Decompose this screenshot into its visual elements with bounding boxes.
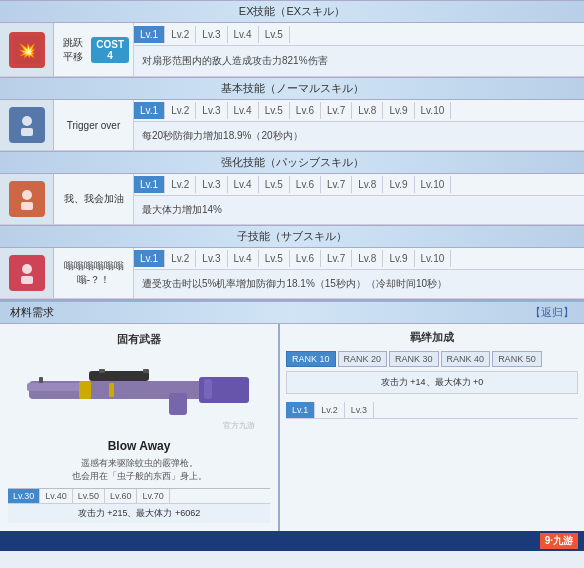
passive-skill-right: Lv.1 Lv.2 Lv.3 Lv.4 Lv.5 Lv.6 Lv.7 Lv.8 … [134,174,584,224]
ex-lv5-tab[interactable]: Lv.5 [259,26,290,43]
passive-lv5-tab[interactable]: Lv.5 [259,176,290,193]
sub-skill-desc: 遭受攻击时以5%机率增加防御力18.1%（15秒内）（冷却时间10秒） [134,269,584,299]
sub-lv4-tab[interactable]: Lv.4 [228,250,259,267]
normal-skill-name: Trigger over [67,120,121,131]
materials-section: 材料需求 【返归】 固有武器 [0,299,584,531]
rank10-tab[interactable]: RANK 10 [286,351,336,367]
enh-lv2-tab[interactable]: Lv.2 [315,402,344,418]
normal-skill-right: Lv.1 Lv.2 Lv.3 Lv.4 Lv.5 Lv.6 Lv.7 Lv.8 … [134,100,584,150]
weapon-name: Blow Away [108,439,171,453]
sub-skill-name-col: 嗡嗡嗡嗡嗡嗡嗡-？！ [54,248,134,298]
normal-skill-level-tabs: Lv.1 Lv.2 Lv.3 Lv.4 Lv.5 Lv.6 Lv.7 Lv.8 … [134,100,584,121]
enhancement-sub-tabs: Lv.1 Lv.2 Lv.3 [286,402,578,419]
ex-skill-name: 跳跃平移 [58,36,87,64]
passive-skill-section: 强化技能（パッシブスキル） 我、我会加油 Lv.1 Lv.2 Lv.3 Lv.4… [0,151,584,225]
passive-lv2-tab[interactable]: Lv.2 [165,176,196,193]
passive-lv9-tab[interactable]: Lv.9 [383,176,414,193]
materials-reset[interactable]: 【返归】 [530,305,574,320]
passive-skill-desc: 最大体力增加14% [134,195,584,225]
normal-lv1-tab[interactable]: Lv.1 [134,102,165,119]
passive-skill-header: 强化技能（パッシブスキル） [0,151,584,174]
weapon-lv50-tab[interactable]: Lv.50 [73,489,105,503]
normal-lv2-tab[interactable]: Lv.2 [165,102,196,119]
ex-skill-level-tabs: Lv.1 Lv.2 Lv.3 Lv.4 Lv.5 [134,23,584,45]
rank20-tab[interactable]: RANK 20 [338,351,388,367]
normal-lv10-tab[interactable]: Lv.10 [415,102,452,119]
materials-header: 材料需求 【返归】 [0,301,584,324]
ex-lv1-tab[interactable]: Lv.1 [134,26,165,43]
passive-lv4-tab[interactable]: Lv.4 [228,176,259,193]
passive-lv3-tab[interactable]: Lv.3 [196,176,227,193]
normal-lv7-tab[interactable]: Lv.7 [321,102,352,119]
normal-skill-section: 基本技能（ノーマルスキル） Trigger over Lv.1 Lv.2 Lv.… [0,77,584,151]
enhancement-column: 羁绊加成 RANK 10 RANK 20 RANK 30 RANK 40 RAN… [280,324,584,531]
sub-lv9-tab[interactable]: Lv.9 [383,250,414,267]
weapon-lv30-tab[interactable]: Lv.30 [8,489,40,503]
ex-skill-name-col: 跳跃平移 COST 4 [54,23,134,76]
weapon-desc-line2: 也会用在「虫子般的东西」身上。 [72,470,207,483]
weapon-lv40-tab[interactable]: Lv.40 [40,489,72,503]
svg-rect-16 [143,369,149,373]
svg-rect-21 [39,377,43,383]
weapon-stats: 攻击力 +215、最大体力 +6062 [8,503,270,523]
passive-skill-name-col: 我、我会加油 [54,174,134,224]
normal-lv8-tab[interactable]: Lv.8 [352,102,383,119]
sub-lv10-tab[interactable]: Lv.10 [415,250,452,267]
sub-lv5-tab[interactable]: Lv.5 [259,250,290,267]
svg-point-9 [22,264,32,274]
normal-lv9-tab[interactable]: Lv.9 [383,102,414,119]
passive-lv6-tab[interactable]: Lv.6 [290,176,321,193]
ex-skill-icon: 💥 [9,32,45,68]
sub-lv2-tab[interactable]: Lv.2 [165,250,196,267]
ex-lv3-tab[interactable]: Lv.3 [196,26,227,43]
passive-skill-icon-area [0,174,54,224]
enh-lv3-tab[interactable]: Lv.3 [345,402,374,418]
normal-lv4-tab[interactable]: Lv.4 [228,102,259,119]
passive-lv8-tab[interactable]: Lv.8 [352,176,383,193]
sub-lv7-tab[interactable]: Lv.7 [321,250,352,267]
sub-skill-level-tabs: Lv.1 Lv.2 Lv.3 Lv.4 Lv.5 Lv.6 Lv.7 Lv.8 … [134,248,584,269]
svg-rect-4 [21,128,33,136]
rank50-tab[interactable]: RANK 50 [492,351,542,367]
weapon-image-area: 官方九游 [19,353,259,433]
normal-lv3-tab[interactable]: Lv.3 [196,102,227,119]
sub-skill-name: 嗡嗡嗡嗡嗡嗡嗡-？！ [58,259,129,287]
nine-logo: 9·九游 [540,533,578,549]
svg-rect-19 [79,381,91,399]
rank30-tab[interactable]: RANK 30 [389,351,439,367]
sub-lv3-tab[interactable]: Lv.3 [196,250,227,267]
enh-lv1-tab[interactable]: Lv.1 [286,402,315,418]
passive-lv7-tab[interactable]: Lv.7 [321,176,352,193]
normal-skill-header: 基本技能（ノーマルスキル） [0,77,584,100]
weapon-col-header: 固有武器 [117,332,161,347]
normal-skill-icon [9,107,45,143]
rank40-tab[interactable]: RANK 40 [441,351,491,367]
sub-lv6-tab[interactable]: Lv.6 [290,250,321,267]
ex-lv2-tab[interactable]: Lv.2 [165,26,196,43]
weapon-column: 固有武器 [0,324,280,531]
weapon-lv60-tab[interactable]: Lv.60 [105,489,137,503]
sub-skill-header: 子技能（サブスキル） [0,225,584,248]
passive-lv1-tab[interactable]: Lv.1 [134,176,165,193]
materials-title: 材料需求 [10,305,54,320]
enhancement-sub-section: Lv.1 Lv.2 Lv.3 [286,402,578,419]
passive-skill-row: 我、我会加油 Lv.1 Lv.2 Lv.3 Lv.4 Lv.5 Lv.6 Lv.… [0,174,584,225]
passive-skill-name: 我、我会加油 [64,192,124,206]
sub-lv1-tab[interactable]: Lv.1 [134,250,165,267]
sub-lv8-tab[interactable]: Lv.8 [352,250,383,267]
passive-lv10-tab[interactable]: Lv.10 [415,176,452,193]
ex-skill-icon-area: 💥 [0,23,54,76]
passive-skill-level-tabs: Lv.1 Lv.2 Lv.3 Lv.4 Lv.5 Lv.6 Lv.7 Lv.8 … [134,174,584,195]
weapon-desc-line1: 遥感有来驱除蚊虫的霰弹枪。 [72,457,207,470]
normal-skill-name-col: Trigger over [54,100,134,150]
normal-skill-row: Trigger over Lv.1 Lv.2 Lv.3 Lv.4 Lv.5 Lv… [0,100,584,151]
normal-skill-icon-area [0,100,54,150]
weapon-lv70-tab[interactable]: Lv.70 [137,489,169,503]
sub-skill-icon [9,255,45,291]
svg-rect-13 [27,383,87,391]
ex-lv4-tab[interactable]: Lv.4 [228,26,259,43]
normal-lv6-tab[interactable]: Lv.6 [290,102,321,119]
svg-rect-14 [89,371,149,381]
svg-rect-17 [204,379,212,399]
normal-lv5-tab[interactable]: Lv.5 [259,102,290,119]
